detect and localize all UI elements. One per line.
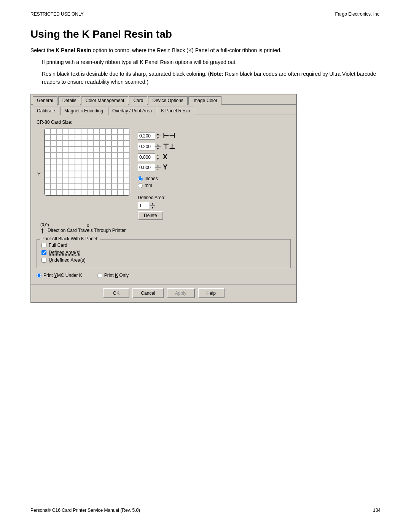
x-spin-buttons: ▲ ▼ [155,153,161,161]
y-spin-up[interactable]: ▲ [155,164,161,168]
mm-radio-row: mm [138,183,175,188]
grid-cell [105,171,112,177]
grid-cell [75,128,81,134]
tab-magnetic-encoding[interactable]: Magnetic Encoding [60,107,107,115]
tab-device-options[interactable]: Device Options [148,96,187,105]
grid-cell [118,183,124,189]
mm-radio[interactable] [138,183,143,188]
x-input[interactable] [138,154,155,160]
tab-details[interactable]: Details [58,96,81,105]
inches-label: inches [145,176,158,181]
tab-image-color[interactable]: Image Color [188,96,221,105]
grid-cell [63,141,69,147]
grid-cell [81,147,87,153]
grid-cell [87,177,93,183]
y-input[interactable] [138,165,155,171]
grid-cell [105,165,112,171]
full-card-checkbox[interactable] [41,243,46,248]
grid-cell [57,128,63,134]
print-k-only-radio[interactable] [97,273,102,278]
defined-area-spin-down[interactable]: ▼ [150,206,155,209]
full-card-row: Full Card [41,243,286,248]
width-icon: ⊢⊣ [163,132,175,140]
grid-cell [124,128,130,134]
defined-areas-checkbox[interactable] [41,250,46,255]
grid-cell [93,128,99,134]
grid-cell [87,141,93,147]
inches-radio-row: inches [138,176,175,181]
grid-cell [105,183,112,189]
grid-cell [118,177,124,183]
grid-cell [112,183,118,189]
grid-cell [63,134,69,141]
dialog-footer: OK Cancel Apply Help [31,284,296,302]
grid-cell [105,141,112,147]
grid-cell [69,134,75,141]
grid-cell [99,165,105,171]
defined-area-input[interactable] [138,203,150,209]
help-button[interactable]: Help [198,288,225,298]
grid-cell [87,128,93,134]
grid-cell [124,159,130,165]
card-grid-container: Y // Generate 14x11 grid cells for(let i… [44,128,130,220]
grid-cell [81,165,87,171]
grid-cell [63,165,69,171]
grid-cell [45,159,51,165]
y-spinbox: ▲ ▼ [138,164,161,171]
grid-cell [99,159,105,165]
x-spin-up[interactable]: ▲ [155,153,161,157]
defined-area-spin-up[interactable]: ▲ [150,202,155,206]
grid-cell [105,159,112,165]
grid-cell [99,141,105,147]
grid-cell [118,153,124,159]
grid-cell [99,189,105,195]
grid-cell [105,153,112,159]
grid-cell [112,141,118,147]
grid-cell [105,177,112,183]
x-spin-down[interactable]: ▼ [155,157,161,161]
width-spin-up[interactable]: ▲ [155,132,161,136]
width-spin-down[interactable]: ▼ [155,136,161,140]
width-input[interactable] [138,133,155,139]
height-spin-up[interactable]: ▲ [155,143,161,147]
delete-button[interactable]: Delete [138,211,163,220]
ok-button[interactable]: OK [103,288,129,298]
undefined-areas-checkbox[interactable] [41,258,46,263]
grid-cell [57,153,63,159]
tab-overlay-print-area[interactable]: Overlay / Print Area [108,107,156,115]
cancel-button[interactable]: Cancel [132,288,163,298]
tab-color-management[interactable]: Color Management [81,96,128,105]
grid-cell [75,177,81,183]
grid-cell [118,134,124,141]
width-spin-row: ▲ ▼ ⊢⊣ [138,132,175,140]
print-ymc-radio[interactable] [37,273,41,278]
y-spin-down[interactable]: ▼ [155,168,161,171]
height-spin-down[interactable]: ▼ [155,147,161,150]
height-input[interactable] [138,144,155,150]
grid-cell [69,183,75,189]
grid-cell [63,147,69,153]
grid-cell [63,183,69,189]
tab-card[interactable]: Card [129,96,147,105]
tab-general[interactable]: General [33,96,57,105]
grid-cell [57,183,63,189]
grid-cell [51,128,57,134]
grid-cell [81,128,87,134]
units-radio-group: inches mm [138,176,175,190]
grid-cell [118,128,124,134]
grid-cell [69,177,75,183]
bold-k-panel: K Panel Resin [56,47,91,53]
tab-calibrate[interactable]: Calibrate [33,107,59,115]
inches-radio[interactable] [138,176,143,181]
dialog-body: CR-80 Card Size: Y // Generate 14x11 gri… [31,115,296,284]
grid-cell [57,165,63,171]
tab-k-panel-resin[interactable]: K Panel Resin [157,107,194,115]
undefined-areas-row: Undefined Area(s) [41,257,286,263]
grid-cell [93,159,99,165]
apply-button[interactable]: Apply [167,288,195,298]
grid-cell [69,147,75,153]
print-ymc-label: Print YMC Under K [43,273,82,278]
grid-cell [63,177,69,183]
grid-cell [75,141,81,147]
page-footer: Persona® C16 Card Printer Service Manual… [0,500,411,521]
